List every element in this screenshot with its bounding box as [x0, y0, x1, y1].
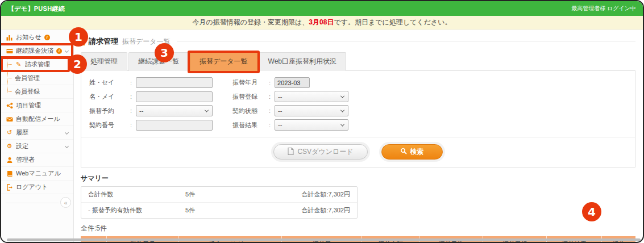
summary-row-label: - 振替予約有効件数: [88, 206, 185, 215]
sidebar-item-jido-haishin-mail[interactable]: 自動配信メール: [1, 112, 73, 126]
summary-row: 合計件数5件合計金額:7,302円: [81, 187, 357, 202]
summary-row-amount: 合計金額:7,302円: [252, 190, 350, 199]
tab-furikae-data-ichiran[interactable]: 振替データ一覧: [190, 52, 257, 71]
chevron-down-icon: [340, 94, 344, 98]
app-title: 【デモ】PUSH継続: [8, 5, 65, 13]
furikae-kekka-select[interactable]: --: [275, 119, 348, 131]
tab-web-koza-furikae[interactable]: Web口座振替利用状況: [259, 52, 346, 71]
sidebar-item-label: 会員管理: [15, 74, 40, 82]
summary-title: サマリー: [81, 174, 635, 183]
tab-label: 処理管理: [90, 57, 118, 65]
field-label-furikae-toroku: 振替登録: [232, 93, 269, 101]
sidebar-item-label: お知らせ: [16, 33, 41, 41]
keiyaku-jotai-select[interactable]: --: [275, 105, 348, 116]
sidebar-item-label: 項目管理: [16, 101, 41, 110]
bar-chart-icon: [6, 34, 13, 41]
field-colon: :: [130, 122, 132, 128]
sidebar-subgroup: ✎請求管理会員管理会員登録: [1, 58, 73, 99]
summary-row-label: 合計件数: [88, 190, 185, 199]
login-status[interactable]: 最高管理者様 ログイン中: [571, 5, 636, 12]
search-panel-footer: CSVダウンロード 検索: [81, 137, 635, 167]
summary-row: - 振替予約有効件数5件合計金額:7,302円: [81, 202, 357, 218]
search-panel: 姓・セイ:振替年月:名・メイ:振替登録:--振替予約:--契約状態:--契約番号…: [81, 70, 635, 167]
chevron-down-icon: [340, 122, 344, 126]
notice-deadline: 3月08日: [309, 18, 334, 27]
form-row: 名・メイ:振替登録:--: [89, 91, 627, 102]
sidebar-item-keizoku-kakin-kessai[interactable]: 継続課金決済i: [1, 44, 73, 58]
sidebar-item-logout[interactable]: ログアウト: [1, 181, 73, 194]
chevron-down-icon: [340, 108, 344, 112]
chevron-down-icon: [65, 144, 69, 148]
pen-icon: ✎: [15, 61, 22, 68]
sidebar-item-kaiin-toroku[interactable]: 会員登録: [1, 85, 73, 99]
csv-button-label: CSVダウンロード: [297, 147, 353, 157]
info-icon: i: [44, 35, 50, 40]
notice-text: 今月の振替情報の登録・変更期限は、: [193, 18, 309, 27]
notice-bar: 今月の振替情報の登録・変更期限は、3月08日です。期日までに処理してください。: [1, 16, 643, 30]
sidebar-item-label: 履歴: [16, 128, 28, 137]
sidebar-item-label: 継続課金決済: [16, 47, 53, 55]
tab-label: Web口座振替利用状況: [268, 57, 336, 65]
field-colon: :: [130, 79, 132, 86]
chevron-down-icon: [205, 108, 209, 112]
form-row: 契約番号:振替結果:--: [89, 119, 627, 131]
furikae-nengetsu-input[interactable]: [275, 77, 310, 88]
select-value: --: [139, 107, 205, 114]
csv-button-ring: CSVダウンロード: [271, 142, 369, 162]
sidebar-collapse-button[interactable]: «: [60, 197, 71, 208]
sidebar-item-kanrisha[interactable]: 管理者: [1, 153, 73, 167]
sidebar-item-label: 管理者: [16, 156, 35, 164]
horizontal-scrollbar[interactable]: [7, 238, 641, 241]
mei-input[interactable]: [136, 91, 213, 102]
tree-connector: [8, 78, 12, 78]
title-rule: [177, 41, 635, 42]
sidebar-item-rireki[interactable]: ↺履歴: [1, 126, 73, 140]
field-label-furikae-yoyaku: 振替予約: [89, 107, 130, 115]
select-value: --: [278, 93, 341, 100]
page: 【デモ】PUSH継続 最高管理者様 ログイン中 今月の振替情報の登録・変更期限は…: [0, 0, 644, 243]
sidebar-item-label: ログアウト: [16, 183, 48, 191]
summary-box: 合計件数5件合計金額:7,302円- 振替予約有効件数5件合計金額:7,302円: [81, 186, 358, 219]
field-colon: :: [269, 107, 271, 114]
sei-input[interactable]: [136, 77, 213, 88]
csv-download-button[interactable]: CSVダウンロード: [273, 144, 367, 160]
sidebar-item-kaiin-kanri[interactable]: 会員管理: [1, 72, 73, 85]
field-label-keiyaku-jotai: 契約状態: [232, 107, 269, 115]
field-colon: :: [269, 93, 271, 100]
sidebar-item-settei[interactable]: ⚙設定: [1, 140, 73, 153]
tree-connector: [8, 64, 12, 65]
search-button[interactable]: 検索: [381, 144, 443, 160]
sidebar-item-seikyu-kanri[interactable]: ✎請求管理: [1, 58, 73, 72]
history-icon: ↺: [6, 129, 13, 136]
furikae-yoyaku-select[interactable]: --: [136, 105, 213, 116]
annotation-badge-4: 4: [582, 202, 601, 221]
annotation-badge-1: 1: [69, 27, 88, 47]
annotation-badge-3: 3: [155, 43, 174, 62]
tab-label: 振替データ一覧: [200, 57, 248, 65]
annotation-badge-2: 2: [68, 55, 87, 74]
keiyaku-bango-input[interactable]: [136, 120, 213, 131]
sidebar: お知らせi継続課金決済i✎請求管理会員管理会員登録項目管理自動配信メール↺履歴⚙…: [1, 30, 74, 242]
field-label-furikae-kekka: 振替結果: [232, 121, 269, 129]
furikae-toroku-select[interactable]: --: [275, 91, 348, 102]
app-header: 【デモ】PUSH継続 最高管理者様 ログイン中: [1, 1, 643, 16]
sidebar-item-komoku-kanri[interactable]: 項目管理: [1, 99, 73, 112]
search-button-label: 検索: [410, 147, 424, 157]
sidebar-collapse-row: «: [1, 197, 73, 210]
sidebar-item-label: 請求管理: [25, 60, 50, 69]
select-value: --: [278, 107, 341, 114]
field-label-keiyaku-bango: 契約番号: [89, 121, 130, 129]
search-icon: [400, 148, 407, 156]
form-row: 姓・セイ:振替年月:: [89, 77, 627, 88]
chevron-down-icon: [65, 49, 69, 53]
page-title: 請求管理: [89, 36, 118, 47]
summary-row-amount: 合計金額:7,302円: [252, 206, 350, 215]
notice-text-suffix: です。期日までに処理してください。: [334, 18, 451, 27]
field-colon: :: [269, 79, 271, 86]
sidebar-item-label: 会員登録: [15, 87, 40, 96]
form-row: 振替予約:--契約状態:--: [89, 105, 627, 116]
tab-shori-kanri[interactable]: 処理管理: [81, 52, 127, 71]
sidebar-item-oshirase[interactable]: お知らせi: [1, 31, 73, 44]
search-form: 姓・セイ:振替年月:名・メイ:振替登録:--振替予約:--契約状態:--契約番号…: [81, 71, 635, 137]
sidebar-item-web-manual[interactable]: Webマニュアル: [1, 167, 73, 181]
